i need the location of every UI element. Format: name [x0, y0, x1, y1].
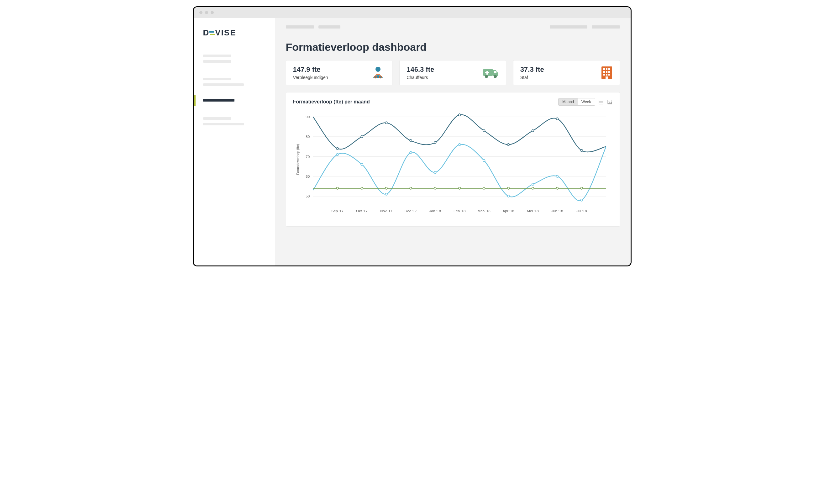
svg-point-69	[507, 195, 509, 197]
svg-text:Jan '18: Jan '18	[429, 209, 441, 213]
nav-item-active-bar	[203, 99, 234, 102]
svg-rect-16	[606, 71, 607, 73]
sidebar: DVISE	[194, 18, 275, 266]
nav-group-2	[194, 69, 275, 92]
kpi-label: Staf	[520, 75, 544, 80]
building-icon	[601, 66, 613, 80]
svg-text:Formatieverloop (fte): Formatieverloop (fte)	[296, 144, 300, 175]
svg-point-52	[361, 136, 363, 138]
svg-rect-12	[603, 68, 605, 70]
line-chart: 5060708090Sep '17Okt '17Nov '17Dec '17Ja…	[293, 107, 613, 217]
nav-item-placeholder[interactable]	[203, 117, 231, 120]
nav-item-placeholder[interactable]	[203, 78, 231, 80]
kpi-label: Chauffeurs	[407, 75, 434, 80]
nav-item-placeholder[interactable]	[203, 60, 231, 63]
topbar-placeholder	[286, 25, 314, 28]
toggle-week-button[interactable]: Week	[578, 98, 595, 105]
chart-panel-header: Formatieverloop (fte) per maand Maand We…	[293, 98, 613, 106]
svg-text:Nov '17: Nov '17	[380, 209, 392, 213]
svg-point-63	[361, 163, 363, 166]
toggle-maand-button[interactable]: Maand	[558, 98, 578, 105]
nav-item-placeholder[interactable]	[203, 123, 244, 125]
svg-point-54	[410, 139, 412, 142]
svg-point-76	[410, 187, 412, 189]
kpi-card-staf[interactable]: 37.3 fte Staf	[513, 60, 620, 85]
svg-point-10	[494, 75, 497, 78]
chart-title: Formatieverloop (fte) per maand	[293, 99, 370, 105]
chart-area: 5060708090Sep '17Okt '17Nov '17Dec '17Ja…	[293, 107, 613, 219]
svg-point-2	[376, 67, 381, 72]
svg-point-77	[434, 187, 436, 189]
svg-rect-15	[603, 71, 605, 73]
svg-rect-13	[606, 68, 607, 70]
svg-rect-18	[603, 74, 605, 76]
svg-point-79	[483, 187, 485, 189]
svg-point-53	[385, 122, 387, 124]
page-title: Formatieverloop dashboard	[286, 41, 620, 53]
svg-point-71	[556, 175, 558, 177]
brand-logo: DVISE	[194, 23, 275, 46]
svg-point-82	[556, 187, 558, 189]
period-toggle: Maand Week	[558, 98, 595, 106]
svg-point-60	[556, 118, 558, 120]
topbar	[286, 25, 620, 28]
chart-panel: Formatieverloop (fte) per maand Maand We…	[286, 92, 620, 227]
nav-item-active[interactable]	[194, 92, 275, 108]
image-export-icon[interactable]	[607, 99, 613, 105]
svg-point-55	[434, 142, 436, 144]
svg-rect-19	[606, 74, 607, 76]
svg-rect-0	[209, 31, 214, 32]
svg-point-75	[385, 187, 387, 189]
kpi-value: 146.3 fte	[407, 66, 434, 74]
ambulance-icon	[483, 67, 499, 79]
kpi-card-chauffeurs[interactable]: 146.3 fte Chauffeurs	[399, 60, 506, 85]
svg-point-80	[507, 187, 509, 189]
svg-text:Dec '17: Dec '17	[404, 209, 417, 213]
svg-point-59	[532, 130, 534, 132]
brand-equals-icon	[209, 28, 215, 38]
svg-point-68	[483, 160, 485, 162]
nav-item-placeholder[interactable]	[203, 55, 231, 57]
svg-rect-17	[608, 71, 610, 73]
svg-rect-8	[485, 72, 489, 73]
table-export-icon[interactable]	[598, 99, 604, 105]
kpi-value: 147.9 fte	[293, 66, 328, 74]
svg-point-27	[609, 101, 610, 102]
svg-text:Jul '18: Jul '18	[577, 209, 587, 213]
svg-text:Feb '18: Feb '18	[453, 209, 466, 213]
kpi-cards-row: 147.9 fte Verpleegkundigen	[286, 60, 620, 85]
traffic-light-dot	[211, 11, 214, 14]
svg-text:60: 60	[306, 174, 310, 178]
svg-text:Apr '18: Apr '18	[502, 209, 514, 213]
svg-text:Mei '18: Mei '18	[527, 209, 538, 213]
kpi-card-verpleegkundigen[interactable]: 147.9 fte Verpleegkundigen	[286, 60, 393, 85]
svg-point-61	[581, 149, 583, 152]
svg-point-62	[336, 154, 338, 156]
topbar-placeholder	[592, 25, 620, 28]
topbar-placeholder	[550, 25, 587, 28]
svg-text:50: 50	[306, 194, 310, 198]
main-content: Formatieverloop dashboard 147.9 fte Verp…	[275, 18, 631, 266]
svg-point-56	[458, 114, 460, 116]
doctor-icon	[371, 66, 385, 80]
svg-point-57	[483, 130, 485, 132]
svg-rect-20	[608, 74, 610, 76]
nav-group-3	[194, 108, 275, 132]
svg-text:90: 90	[306, 115, 310, 119]
svg-text:80: 80	[306, 134, 310, 138]
svg-text:Okt '17: Okt '17	[356, 209, 368, 213]
svg-rect-14	[608, 68, 610, 70]
svg-point-9	[485, 75, 488, 78]
svg-point-58	[507, 143, 509, 146]
svg-rect-1	[210, 34, 215, 35]
svg-rect-6	[494, 71, 497, 73]
nav-item-placeholder[interactable]	[203, 83, 244, 86]
svg-point-72	[581, 199, 583, 201]
svg-text:70: 70	[306, 155, 310, 159]
svg-point-67	[458, 143, 460, 146]
svg-point-66	[434, 171, 436, 173]
svg-point-74	[361, 187, 363, 189]
svg-text:Sep '17: Sep '17	[331, 209, 343, 213]
kpi-label: Verpleegkundigen	[293, 75, 328, 80]
svg-point-73	[336, 187, 338, 189]
